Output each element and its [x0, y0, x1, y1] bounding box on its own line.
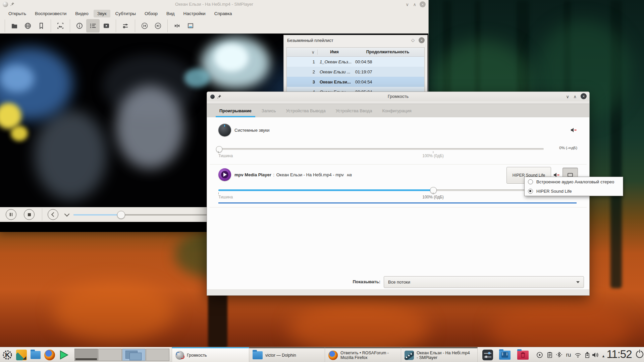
system-sounds-label: Системные звуки	[234, 128, 270, 133]
playlist-row-1[interactable]: 1 1_Океан Ельз... 00:04:58	[287, 57, 424, 67]
compact-mode-icon[interactable]	[184, 19, 197, 33]
bluetooth-tray-icon[interactable]	[555, 351, 563, 359]
name-column-header[interactable]: Имя	[318, 50, 351, 54]
pager-desktop-3-current[interactable]	[122, 349, 146, 361]
device-notifier-tray-icon[interactable]	[584, 351, 591, 359]
dialog-app-icon	[210, 95, 215, 99]
system-volume-handle[interactable]	[216, 146, 222, 153]
dialog-titlebar[interactable]: Громкость ∨ ∧ ×	[207, 92, 589, 101]
dialog-bottom-strip	[207, 289, 589, 295]
pause-button[interactable]	[6, 209, 16, 220]
media-player-launcher-icon[interactable]	[58, 349, 70, 361]
bookmark-icon[interactable]	[35, 19, 48, 33]
tab-input-devices[interactable]: Устройства Ввода	[331, 104, 377, 117]
next-chapter-icon[interactable]	[151, 19, 165, 33]
task-volume-dialog[interactable]: Громкость	[172, 347, 249, 362]
tab-configuration[interactable]: Конфигурация	[377, 104, 416, 117]
menu-play[interactable]: Воспроизвести	[31, 10, 70, 17]
close-icon[interactable]: ×	[420, 1, 426, 7]
tab-playback[interactable]: Проигрывание	[214, 104, 257, 117]
maximize-icon[interactable]: ∧	[413, 2, 416, 7]
close-icon[interactable]: ×	[581, 93, 587, 99]
keyboard-layout-indicator[interactable]: ru	[564, 351, 573, 359]
device-option-builtin[interactable]: Встроенное аудио Аналоговый стерео	[525, 177, 623, 186]
video-bokeh-teal	[184, 68, 210, 87]
seek-menu-chevron-icon[interactable]	[65, 214, 69, 216]
task-smplayer[interactable]: Океан Ельзи - На Небі.mp4 - SMPlayer	[401, 347, 478, 362]
task-dolphin[interactable]: victor — Dolphin	[249, 347, 325, 362]
sort-column-header[interactable]: ∨	[287, 50, 318, 55]
track-duration: 00:04:54	[351, 79, 424, 84]
network-tray-icon[interactable]	[574, 351, 582, 359]
smplayer-titlebar[interactable]: Океан Ельзи - На Небі.mp4 - SMPlayer ∨ ∧…	[0, 0, 428, 9]
video-blue-light	[0, 65, 34, 93]
mpv-volume-handle[interactable]	[430, 187, 437, 194]
open-url-icon[interactable]	[21, 19, 35, 33]
menu-options[interactable]: Настройки	[179, 10, 209, 17]
playlist-row-2[interactable]: 2 Океан Ельзи ... 01:19:07	[287, 67, 424, 77]
previous-chapter-icon[interactable]	[138, 19, 151, 33]
controlbar-separator	[42, 208, 42, 221]
tab-output-devices[interactable]: Устройства Вывода	[281, 104, 330, 117]
tab-recording[interactable]: Запись	[257, 104, 281, 117]
radio-unselected-icon[interactable]	[528, 179, 533, 184]
pager-desktop-1[interactable]	[74, 349, 98, 361]
pin-icon[interactable]	[10, 2, 15, 6]
slider-tick	[218, 192, 219, 194]
mute-toggle-icon[interactable]	[570, 127, 577, 133]
radio-selected-icon[interactable]	[528, 189, 533, 194]
video-folder-icon[interactable]	[499, 349, 511, 361]
toolbar-separator	[135, 19, 135, 32]
float-panel-icon[interactable]: ◇	[411, 38, 415, 43]
video-face-2	[34, 110, 107, 200]
kickoff-menu-icon[interactable]: K	[1, 349, 13, 361]
stop-button[interactable]	[24, 209, 35, 220]
audio-filters-icon[interactable]	[170, 19, 184, 33]
menu-audio[interactable]: Звук	[94, 10, 110, 17]
minimize-icon[interactable]: ∨	[566, 94, 569, 99]
show-streams-combobox[interactable]: Все потоки	[384, 276, 584, 288]
media-player-tray-icon[interactable]	[536, 351, 543, 359]
playlist-close-icon[interactable]: ×	[419, 37, 425, 43]
reference-label: 100% (0дБ)	[399, 195, 467, 199]
playlist-row-3-current[interactable]: 3 Океан Ельзи... 00:04:54	[287, 77, 424, 87]
trash-folder-icon[interactable]	[517, 349, 529, 361]
dialog-title: Громкость	[207, 92, 589, 101]
minimize-icon[interactable]: ∨	[406, 2, 409, 7]
leave-button-icon[interactable]	[636, 351, 643, 358]
mpv-stream-suffix: на	[347, 172, 352, 177]
seek-handle[interactable]	[117, 211, 125, 219]
pin-icon[interactable]	[217, 94, 222, 99]
playlist-icon[interactable]	[86, 19, 100, 33]
menu-video[interactable]: Видео	[71, 10, 92, 17]
menu-subtitles[interactable]: Субтитры	[112, 10, 140, 17]
screenshot-icon[interactable]	[54, 19, 67, 33]
firefox-launcher-icon[interactable]	[44, 349, 56, 361]
clock[interactable]: 11:52	[604, 348, 635, 361]
open-file-icon[interactable]	[8, 19, 21, 33]
tube-settings-icon[interactable]	[119, 19, 132, 33]
vu-meter	[218, 202, 577, 203]
dolphin-launcher-icon[interactable]	[30, 349, 42, 361]
rosa-launcher-icon[interactable]	[15, 349, 28, 361]
clipboard-tray-icon[interactable]	[546, 351, 553, 359]
pager-desktop-4[interactable]	[146, 349, 169, 361]
menu-browse[interactable]: Обзор	[141, 10, 161, 17]
youtube-browser-icon[interactable]	[100, 19, 113, 33]
menu-help[interactable]: Справка	[211, 10, 236, 17]
playlist-header-row[interactable]: ∨ Имя Продолжительность	[287, 48, 424, 57]
duration-column-header[interactable]: Продолжительность	[351, 50, 424, 54]
track-name: Океан Ельзи ...	[318, 69, 351, 74]
menu-open[interactable]: Открыть	[5, 10, 30, 17]
volume-tray-icon[interactable]	[592, 351, 599, 359]
rewind-button[interactable]	[48, 209, 58, 220]
device-option-hiper[interactable]: HIPER Sound Life	[525, 186, 623, 196]
media-info-icon[interactable]	[73, 19, 86, 33]
maximize-icon[interactable]: ∧	[573, 94, 577, 99]
audio-mixer-tray-icon[interactable]	[482, 349, 493, 361]
device-option-label: Встроенное аудио Аналоговый стерео	[536, 179, 614, 184]
system-volume-slider[interactable]	[218, 148, 544, 150]
task-firefox[interactable]: Ответить • ROSAForum - Mozilla Firefox	[325, 347, 401, 362]
pager-desktop-2[interactable]	[98, 349, 122, 361]
menu-view[interactable]: Вид	[163, 10, 178, 17]
